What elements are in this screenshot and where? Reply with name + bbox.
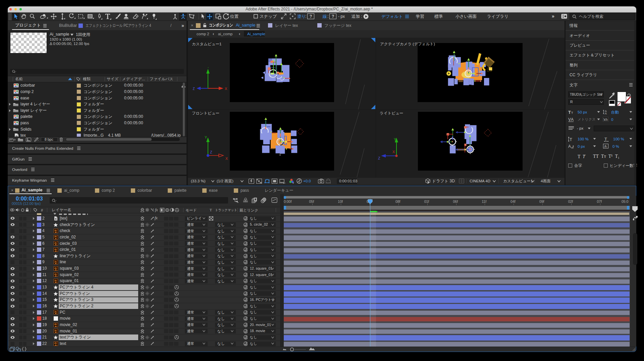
svg-text:T: T [568,110,571,114]
svg-text:Z: Z [378,156,380,160]
svg-text:T: T [570,137,572,142]
svg-text:Y: Y [205,135,207,139]
svg-text:V: V [568,117,571,122]
svg-text:X: X [225,156,228,161]
svg-text:A: A [605,112,607,115]
svg-text:T: T [571,111,573,114]
svg-text:T: T [604,137,607,142]
svg-text:X: X [392,150,395,154]
svg-text:Y: Y [394,137,396,141]
svg-text:A: A [568,144,571,149]
svg-text:X: X [225,87,227,91]
svg-text:A: A [571,117,574,122]
svg-text:Z: Z [193,87,195,91]
svg-text:a: a [571,146,573,149]
svg-text:Z: Z [210,150,212,154]
svg-text:Y: Y [207,67,210,69]
